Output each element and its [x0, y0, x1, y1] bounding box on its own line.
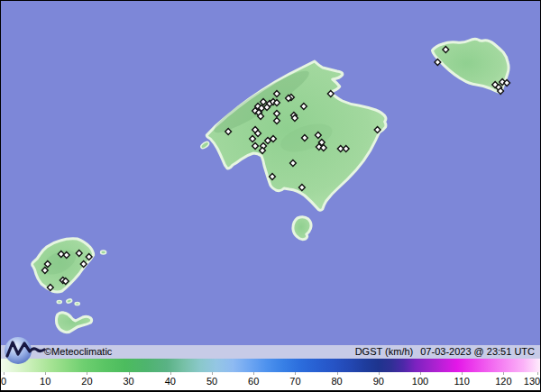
- balearic-map-svg: [1, 1, 540, 345]
- scale-label-120: 120: [495, 375, 511, 387]
- island-formentera: [56, 313, 91, 333]
- map-info-text: DGST (km/h)07-03-2023 @ 23:51 UTC: [355, 345, 535, 359]
- islet-dragonera: [200, 141, 210, 150]
- scale-label-90: 90: [373, 375, 384, 387]
- islet-espalmador-3: [75, 303, 79, 305]
- scale-label-50: 50: [206, 375, 217, 387]
- map-area: [1, 1, 540, 345]
- scale-label-0: 0: [1, 375, 6, 387]
- copyright-text: ©Meteoclimatic: [44, 345, 112, 359]
- variable-label: DGST (km/h): [355, 346, 414, 357]
- scale-label-100: 100: [412, 375, 428, 387]
- scale-label-80: 80: [331, 375, 342, 387]
- scale-label-130: 130: [524, 375, 540, 387]
- scale-label-30: 30: [123, 375, 133, 387]
- islet-espalmador-1: [57, 301, 61, 304]
- footer-info-strip: ©Meteoclimatic DGST (km/h)07-03-2023 @ 2…: [1, 345, 540, 359]
- scale-label-70: 70: [289, 375, 300, 387]
- meteoclimatic-logo-icon: [3, 334, 50, 367]
- island-cabrera: [293, 217, 311, 240]
- scale-label-60: 60: [248, 375, 259, 387]
- timestamp-label: 07-03-2023 @ 23:51 UTC: [420, 346, 535, 357]
- weather-map-frame: ©Meteoclimatic DGST (km/h)07-03-2023 @ 2…: [0, 0, 541, 392]
- islet-tagomago: [101, 251, 106, 254]
- scale-label-10: 10: [40, 375, 50, 387]
- scale-label-40: 40: [165, 375, 176, 387]
- scale-label-20: 20: [81, 375, 92, 387]
- islet-espalmador-2: [66, 298, 72, 303]
- color-scale-labels: 0102030405060708090100110120130: [1, 372, 540, 390]
- color-scale-gradient: [1, 359, 540, 372]
- scale-label-110: 110: [454, 375, 470, 387]
- island-mallorca: [206, 61, 386, 210]
